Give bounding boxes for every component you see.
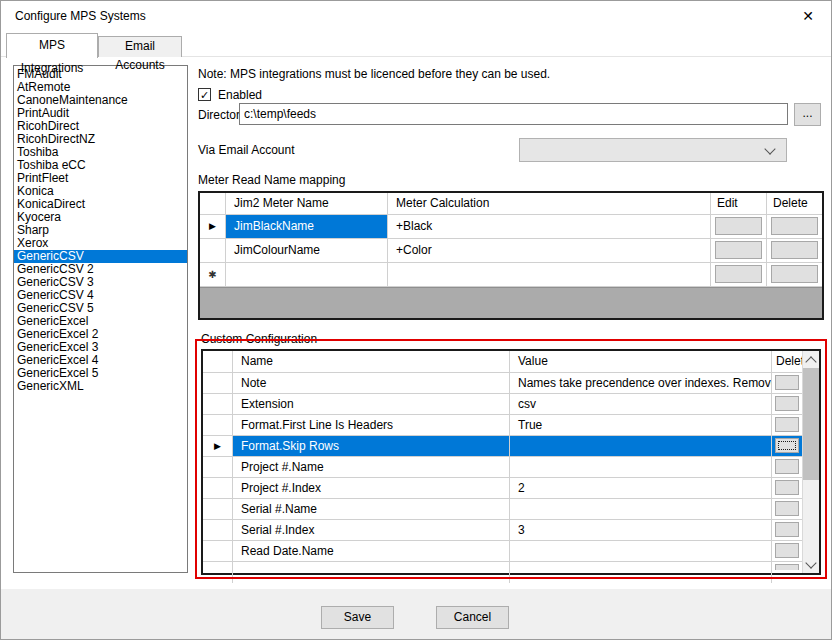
integration-item[interactable]: PrintAudit <box>14 107 187 120</box>
table-row: ▶ JimBlackName +Black <box>200 215 822 239</box>
integration-item[interactable]: RicohDirect <box>14 120 187 133</box>
integration-item[interactable]: Sharp <box>14 224 187 237</box>
configure-mps-dialog: Configure MPS Systems ✕ MPS Integrations… <box>0 0 832 640</box>
integration-item[interactable]: GenericCSV 5 <box>14 302 187 315</box>
cancel-button[interactable]: Cancel <box>436 606 509 629</box>
config-name-cell[interactable]: Format.Skip Rows <box>233 436 510 457</box>
email-account-dropdown[interactable] <box>519 138 787 162</box>
meter-calc-cell[interactable]: +Black <box>388 215 711 239</box>
integration-item[interactable]: GenericXML <box>14 380 187 393</box>
integration-item[interactable]: GenericCSV 3 <box>14 276 187 289</box>
integration-item[interactable]: GenericExcel 4 <box>14 354 187 367</box>
meter-mapping-label: Meter Read Name mapping <box>198 173 345 187</box>
integration-item[interactable]: PrintFleet <box>14 172 187 185</box>
close-icon[interactable]: ✕ <box>797 1 819 31</box>
config-name-cell[interactable]: Project #.Index <box>233 478 510 499</box>
save-button[interactable]: Save <box>321 606 394 629</box>
integration-item[interactable]: AtRemote <box>14 81 187 94</box>
delete-button[interactable] <box>775 480 799 495</box>
integration-item[interactable]: GenericCSV 4 <box>14 289 187 302</box>
table-row-selected: ▶ Format.Skip Rows <box>203 436 802 457</box>
integration-item[interactable]: CanoneMaintenance <box>14 94 187 107</box>
delete-button[interactable] <box>775 543 799 558</box>
check-icon: ✓ <box>200 89 209 101</box>
scroll-up-icon <box>805 356 816 367</box>
scroll-up-button[interactable] <box>803 351 819 368</box>
integration-item[interactable]: GenericExcel 2 <box>14 328 187 341</box>
meter-name-cell[interactable]: JimBlackName <box>226 215 388 239</box>
browse-button[interactable]: ... <box>794 103 821 126</box>
grid-empty-area <box>200 287 822 318</box>
licence-note: Note: MPS integrations must be licenced … <box>198 67 550 81</box>
edit-button[interactable] <box>715 241 762 259</box>
header-meter-calculation: Meter Calculation <box>388 193 711 215</box>
tab-email-accounts[interactable]: Email Accounts <box>98 36 182 57</box>
footer-bar: Save Cancel <box>1 589 831 640</box>
integration-item[interactable]: Konica <box>14 185 187 198</box>
config-value-cell[interactable] <box>510 436 772 457</box>
table-row: Project #.Name <box>203 457 802 478</box>
delete-button[interactable] <box>775 501 799 516</box>
meter-calc-cell[interactable]: +Color <box>388 239 711 263</box>
meter-mapping-table: Jim2 Meter Name Meter Calculation Edit D… <box>198 191 824 320</box>
integration-item[interactable]: GenericExcel 5 <box>14 367 187 380</box>
integrations-listbox[interactable]: FMAudit AtRemote CanoneMaintenance Print… <box>13 65 188 573</box>
delete-button[interactable] <box>775 459 799 474</box>
tab-mps-integrations[interactable]: MPS Integrations <box>6 33 98 58</box>
integration-item[interactable]: GenericExcel 3 <box>14 341 187 354</box>
scrollbar-thumb[interactable] <box>803 368 819 480</box>
header-row-selector <box>203 351 233 373</box>
config-value-cell[interactable]: 2 <box>510 478 772 499</box>
enabled-checkbox[interactable]: ✓ <box>198 88 211 101</box>
integration-item[interactable]: Kyocera <box>14 211 187 224</box>
delete-button[interactable] <box>775 417 799 432</box>
edit-button[interactable] <box>715 265 762 283</box>
delete-button <box>775 564 799 570</box>
delete-button[interactable] <box>771 217 818 235</box>
edit-button[interactable] <box>715 217 762 235</box>
meter-name-cell[interactable] <box>226 263 388 287</box>
table-row: JimColourName +Color <box>200 239 822 263</box>
delete-button-focused[interactable] <box>775 438 799 453</box>
integration-item[interactable]: Toshiba eCC <box>14 159 187 172</box>
integration-item[interactable]: Xerox <box>14 237 187 250</box>
integration-item[interactable]: GenericCSV 2 <box>14 263 187 276</box>
config-value-cell[interactable]: 3 <box>510 520 772 541</box>
integration-item[interactable]: KonicaDirect <box>14 198 187 211</box>
config-name-cell[interactable]: Project #.Name <box>233 457 510 478</box>
new-row-star-icon: ✱ <box>208 264 216 286</box>
delete-button[interactable] <box>775 375 799 390</box>
config-name-cell[interactable]: Format.First Line Is Headers <box>233 415 510 436</box>
custom-config-label: Custom Configuration <box>201 332 317 346</box>
table-row: Read Date.Name <box>203 541 802 562</box>
integration-item[interactable]: Toshiba <box>14 146 187 159</box>
config-value-cell[interactable]: True <box>510 415 772 436</box>
config-name-cell[interactable]: Note <box>233 373 510 394</box>
scroll-down-button[interactable] <box>803 556 819 573</box>
config-value-cell[interactable]: csv <box>510 394 772 415</box>
meter-calc-cell[interactable] <box>388 263 711 287</box>
delete-button[interactable] <box>771 265 818 283</box>
delete-button[interactable] <box>775 396 799 411</box>
config-name-cell[interactable]: Serial #.Index <box>233 520 510 541</box>
vertical-scrollbar[interactable] <box>802 351 819 573</box>
chevron-down-icon <box>764 143 775 154</box>
config-name-cell[interactable]: Read Date.Name <box>233 541 510 562</box>
integration-item[interactable]: RicohDirectNZ <box>14 133 187 146</box>
config-value-cell[interactable] <box>510 457 772 478</box>
config-value-cell[interactable] <box>510 541 772 562</box>
partial-row <box>203 562 802 583</box>
scroll-down-icon <box>805 557 816 568</box>
meter-name-cell[interactable]: JimColourName <box>226 239 388 263</box>
header-delete: Delete <box>767 193 822 215</box>
integration-item-selected[interactable]: GenericCSV <box>14 250 187 263</box>
config-value-cell[interactable] <box>510 499 772 520</box>
config-name-cell[interactable]: Extension <box>233 394 510 415</box>
delete-button[interactable] <box>775 522 799 537</box>
integration-item[interactable]: GenericExcel <box>14 315 187 328</box>
delete-button[interactable] <box>771 241 818 259</box>
config-name-cell[interactable]: Serial #.Name <box>233 499 510 520</box>
config-value-cell[interactable]: Names take precendence over indexes. Rem… <box>510 373 772 394</box>
header-row-selector <box>200 193 226 215</box>
directory-input[interactable] <box>239 103 788 125</box>
